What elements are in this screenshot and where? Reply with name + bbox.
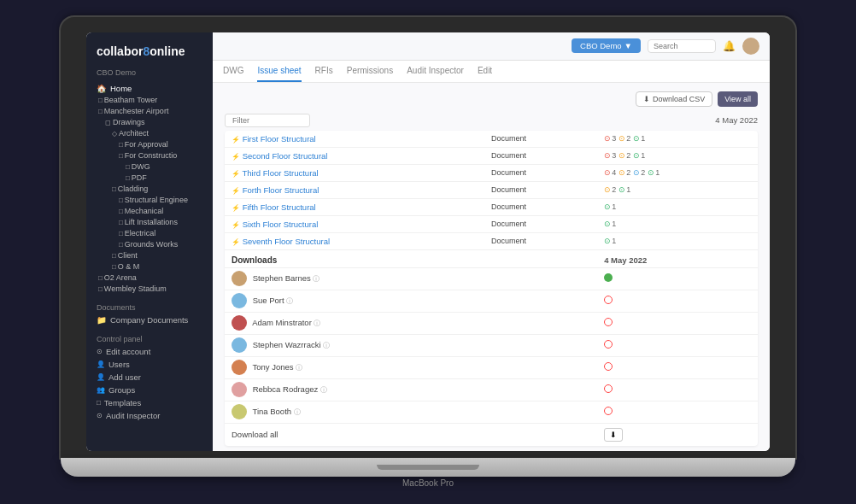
sidebar-item-add-user[interactable]: 👤 Add user [86,371,213,384]
tab-edit[interactable]: Edit [478,61,492,82]
badge-group: ⊙3 ⊙2 ⊙1 [604,134,751,143]
tree-label: Structural Enginee [125,196,188,204]
download-csv-button[interactable]: ⬇ Download CSV [636,91,712,107]
doc-link[interactable]: Sixth Floor Structural [243,220,319,229]
sidebar: collabor8online CBO Demo 🏠 Home □ Beatha… [86,32,213,451]
view-all-button[interactable]: View all [718,91,758,107]
status-indicator [604,384,613,393]
table-row: Stephen Barnes ⓘ [225,267,758,290]
tree-label: Wembley Stadium [104,284,167,293]
table-row: Adam Minstrator ⓘ [225,312,758,334]
sidebar-item-beatham-tower[interactable]: □ Beatham Tower [86,95,213,106]
sidebar-item-for-construction[interactable]: □ For Constructio [86,150,213,161]
sidebar-item-dwg[interactable]: □ DWG [86,161,213,173]
tree-label: O2 Arena [104,273,137,282]
tree-icon: □ [98,108,103,115]
tree-label: For Approval [125,140,168,149]
doc-link[interactable]: Third Floor Structural [242,168,318,178]
tab-rfis[interactable]: RFIs [315,61,333,82]
tree-icon: □ [112,185,116,193]
tab-permissions[interactable]: Permissions [347,61,393,82]
view-all-label: View all [724,95,751,103]
table-row: ⚡ Second Floor Structural Document ⊙3 ⊙2… [225,147,758,164]
user-avatar[interactable] [742,38,759,55]
sidebar-item-lift[interactable]: □ Lift Installations [86,217,213,228]
sidebar-item-structural[interactable]: □ Structural Enginee [86,195,213,206]
table-row: Stephen Wazrracki ⓘ [225,334,758,356]
user-avatar [232,404,247,419]
user-avatar [232,360,247,375]
sidebar-item-for-approval[interactable]: □ For Approval [86,139,213,150]
date-label: 4 May 2022 [715,115,758,125]
tab-audit-inspector[interactable]: Audit Inspector [407,61,464,82]
doc-link[interactable]: Forth Floor Structural [243,185,320,195]
sidebar-item-audit-inspector[interactable]: ⊙ Audit Inspector [86,409,213,422]
sidebar-item-home[interactable]: 🏠 Home [86,82,213,95]
doc-link[interactable]: Seventh Floor Structural [243,237,330,246]
downloads-date: 4 May 2022 [597,249,758,267]
tree-icon: □ [112,263,116,271]
info-icon: ⓘ [313,275,320,283]
doc-link[interactable]: First Floor Structural [243,134,316,144]
user-avatar [232,271,247,286]
info-icon: ⓘ [320,386,327,394]
sidebar-item-cladding[interactable]: □ Cladding [86,184,213,195]
tree-icon: ◇ [112,130,117,138]
doc-link[interactable]: Fifth Floor Structural [243,202,316,212]
sidebar-item-templates[interactable]: □ Templates [86,396,213,409]
download-all-button[interactable]: ⬇ [604,428,623,442]
cbo-demo-button[interactable]: CBO Demo ▼ [572,38,641,53]
laptop-label: MacBook Pro [61,478,795,488]
search-input[interactable] [648,39,716,53]
cbo-demo-label: CBO Demo [580,41,622,50]
tree-icon: □ [126,174,130,182]
user-name: Tina Booth [252,407,291,416]
sidebar-item-electrical[interactable]: □ Electrical [86,228,213,239]
doc-icon: ⚡ [232,204,240,212]
tree-icon: □ [119,208,123,215]
sidebar-item-pdf[interactable]: □ PDF [86,173,213,184]
badge: ⊙1 [604,220,616,228]
sidebar-item-client[interactable]: □ Client [86,250,213,261]
doc-type: Document [484,215,597,232]
sidebar-item-company-docs[interactable]: 📁 Company Documents [86,314,213,326]
tree-icon: □ [119,219,123,226]
sidebar-item-mechanical[interactable]: □ Mechanical [86,206,213,217]
table-row: ⚡ Forth Floor Structural Document ⊙2 ⊙1 [225,181,758,198]
sidebar-item-label: Company Documents [110,315,188,325]
tree-label: Manchester Airport [104,107,169,115]
tree-label: Mechanical [125,207,164,215]
badge: ⊙2 [619,134,630,143]
sidebar-item-edit-account[interactable]: ⊙ Edit account [86,345,213,358]
table-row: ⚡ Third Floor Structural Document ⊙4 ⊙2 … [225,164,758,181]
sidebar-item-label: Audit Inspector [106,411,160,420]
sidebar-item-om[interactable]: □ O & M [86,261,213,273]
notifications-icon[interactable]: 🔔 [723,40,736,52]
sidebar-item-grounds[interactable]: □ Grounds Works [86,239,213,250]
tab-issue-sheet[interactable]: Issue sheet [257,61,301,82]
content-header: ⬇ Download CSV View all [225,91,758,107]
table-row: ⚡ Sixth Floor Structural Document ⊙1 [225,215,758,232]
download-icon: ⬇ [643,95,650,103]
templates-icon: □ [97,399,101,407]
sidebar-item-manchester-airport[interactable]: □ Manchester Airport [86,106,213,117]
sidebar-item-o2arena[interactable]: □ O2 Arena [86,273,213,284]
sidebar-item-wembley[interactable]: □ Wembley Stadium [86,284,213,295]
sidebar-item-groups[interactable]: 👥 Groups [86,384,213,396]
sidebar-item-drawings[interactable]: ◻ Drawings [86,117,213,128]
sidebar-item-label: Add user [108,372,141,382]
sidebar-item-users[interactable]: 👤 Users [86,358,213,371]
badge: ⊙3 [604,134,616,143]
tab-dwg[interactable]: DWG [223,61,243,82]
nav-tabs: DWG Issue sheet RFIs Permissions Audit I… [213,61,770,83]
badge: ⊙2 [619,151,630,160]
filter-input[interactable] [225,114,310,127]
tree-label: For Constructio [125,151,178,160]
status-indicator [604,296,613,304]
doc-link[interactable]: Second Floor Structural [243,151,328,161]
badge: ⊙1 [604,202,616,211]
sidebar-item-architect[interactable]: ◇ Architect [86,128,213,139]
tree-label: PDF [132,173,147,182]
table-row: ⚡ Fifth Floor Structural Document ⊙1 [225,198,758,215]
badge: ⊙2 [633,168,645,177]
